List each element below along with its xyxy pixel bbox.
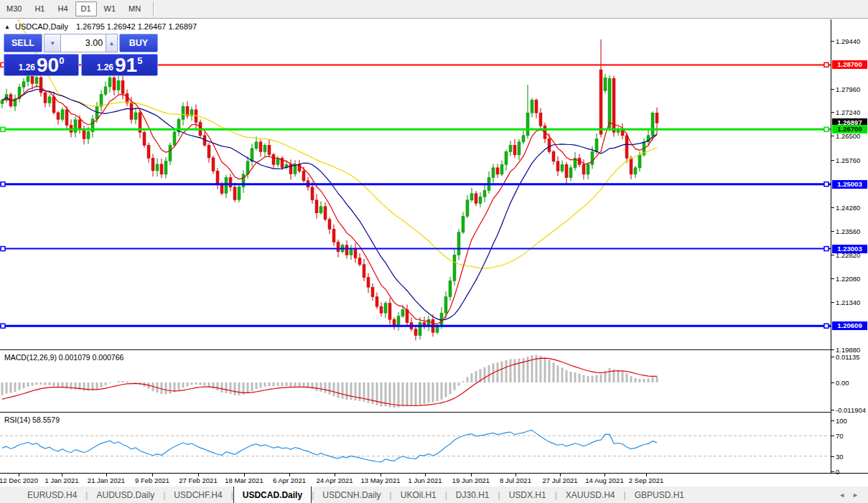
date-label: 19 Jun 2021 — [452, 476, 490, 484]
date-label: 2 Sep 2021 — [629, 476, 664, 484]
price-tick-label: 1.27960 — [831, 85, 860, 93]
bear-candle — [630, 158, 633, 174]
tick-mark — [831, 231, 834, 232]
tick-mark — [831, 456, 834, 457]
price-axis[interactable]: 1.294401.279601.272401.265001.257601.242… — [831, 19, 868, 473]
bear-candle — [513, 145, 516, 154]
tabs-scroll-left-icon[interactable]: ◄ — [835, 492, 849, 499]
bear-candle — [363, 265, 365, 278]
tick-mark — [831, 410, 834, 410]
bull-candle — [156, 164, 159, 171]
chart-tab-dj30-h1[interactable]: DJ30.H1 — [447, 486, 498, 503]
bear-candle — [78, 120, 81, 129]
date-axis[interactable]: 12 Dec 20201 Jan 202121 Jan 20219 Feb 20… — [0, 473, 868, 486]
bull-candle — [569, 168, 572, 177]
volume-increase-button[interactable]: ▲ — [106, 34, 118, 52]
bull-candle — [419, 323, 421, 336]
rsi-label: RSI(14) 58.5579 — [4, 415, 60, 424]
tick-mark — [831, 255, 834, 255]
bear-candle — [496, 168, 499, 174]
pivot-level-badge: 1.26700 — [832, 125, 867, 133]
tick-mark — [831, 471, 834, 472]
timeframe-button-h4[interactable]: H4 — [52, 1, 73, 17]
timeframe-button-mn[interactable]: MN — [123, 1, 146, 17]
price-tick-label: 1.24280 — [831, 204, 860, 212]
level-line-anchor[interactable] — [1, 182, 5, 187]
volume-decrease-button[interactable]: ▼ — [44, 34, 61, 52]
bull-candle — [587, 164, 589, 174]
level-line-anchor[interactable] — [1, 127, 5, 131]
timeframe-button-d1[interactable]: D1 — [75, 1, 97, 17]
bull-candle — [604, 77, 607, 90]
bull-candle — [35, 77, 38, 84]
bull-candle — [453, 255, 456, 281]
price-tick-label: 1.21340 — [831, 298, 860, 306]
bull-candle — [492, 168, 495, 177]
bull-candle — [591, 151, 594, 164]
chart-tab-usdx-h1[interactable]: USDX.H1 — [500, 486, 555, 503]
bull-candle — [518, 142, 521, 155]
chart-tab-ukoil-h1[interactable]: UKOil.H1 — [392, 486, 445, 503]
bull-candle — [87, 131, 90, 138]
bear-candle — [311, 187, 314, 200]
bear-candle — [358, 258, 361, 265]
date-label: 12 Dec 2020 — [0, 476, 38, 484]
level-line-anchor[interactable] — [824, 247, 829, 251]
bull-candle — [164, 161, 167, 174]
timeframe-button-h1[interactable]: H1 — [29, 1, 50, 17]
bear-candle — [565, 164, 568, 177]
timeframe-button-m30[interactable]: M30 — [1, 1, 27, 17]
tabs-scroll-right-icon[interactable]: ► — [849, 492, 862, 499]
macd-indicator-pane[interactable] — [0, 352, 831, 412]
level-line-anchor[interactable] — [1, 324, 5, 328]
tick-mark — [831, 136, 834, 136]
rsi-canvas[interactable] — [0, 414, 831, 473]
chart-tab-gbpusd-h1[interactable]: GBPUSD.H1 — [626, 486, 693, 503]
sell-price-prefix: 1.26 — [19, 62, 35, 72]
bull-candle — [466, 200, 469, 216]
level-line-anchor[interactable] — [824, 62, 829, 67]
buy-button[interactable]: BUY — [119, 34, 158, 52]
bear-candle — [130, 103, 133, 119]
chart-tab-usdcad-daily[interactable]: USDCAD.Daily — [233, 486, 312, 503]
rsi-indicator-pane[interactable] — [0, 414, 831, 473]
bull-candle — [22, 82, 25, 88]
level-line-anchor[interactable] — [1, 247, 5, 251]
date-label: 6 Apr 2021 — [273, 476, 306, 484]
chart-tab-xauusd-h4[interactable]: XAUUSD.H4 — [557, 486, 624, 503]
bear-candle — [272, 154, 275, 164]
level-line-anchor[interactable] — [824, 127, 829, 131]
date-label: 18 Mar 2021 — [225, 476, 263, 484]
buy-price-pip: 5 — [137, 55, 142, 66]
date-label: 24 Apr 2021 — [316, 476, 353, 484]
sell-button[interactable]: SELL — [4, 34, 42, 52]
tick-mark — [831, 278, 834, 279]
chart-symbol-period: USDCAD,Daily — [15, 22, 68, 31]
bull-candle — [397, 316, 400, 326]
chart-tab-audusd-daily[interactable]: AUDUSD.Daily — [88, 486, 163, 503]
chart-tab-usdchf-h4[interactable]: USDCHF.H4 — [165, 486, 230, 503]
level-line-anchor[interactable] — [824, 182, 829, 187]
chart-tab-usdcnh-daily[interactable]: USDCNH.Daily — [314, 486, 389, 503]
date-label: 1 Jan 2021 — [45, 476, 78, 484]
bear-candle — [147, 145, 150, 158]
sell-price-pip: 0 — [59, 55, 64, 66]
bear-candle — [315, 200, 318, 213]
macd-canvas[interactable] — [0, 352, 831, 412]
bear-candle — [160, 164, 163, 174]
chart-tab-eurusd-h4[interactable]: EURUSD.H4 — [19, 486, 85, 503]
bear-candle — [625, 136, 628, 158]
tick-mark — [831, 112, 834, 113]
bear-candle — [535, 100, 538, 113]
support2-level-badge: 1.23003 — [832, 245, 867, 253]
timeframe-button-w1[interactable]: W1 — [98, 1, 122, 17]
buy-price-button[interactable]: 1.26 91 5 — [81, 54, 158, 76]
bear-candle — [121, 80, 124, 93]
sell-price-button[interactable]: 1.26 90 0 — [4, 54, 79, 76]
level-line-anchor[interactable] — [824, 324, 829, 328]
bull-candle — [462, 216, 465, 232]
bull-candle — [526, 113, 529, 135]
date-label: 9 Feb 2021 — [135, 476, 169, 484]
volume-input[interactable]: 3.00 — [61, 34, 106, 52]
bear-candle — [414, 329, 417, 336]
